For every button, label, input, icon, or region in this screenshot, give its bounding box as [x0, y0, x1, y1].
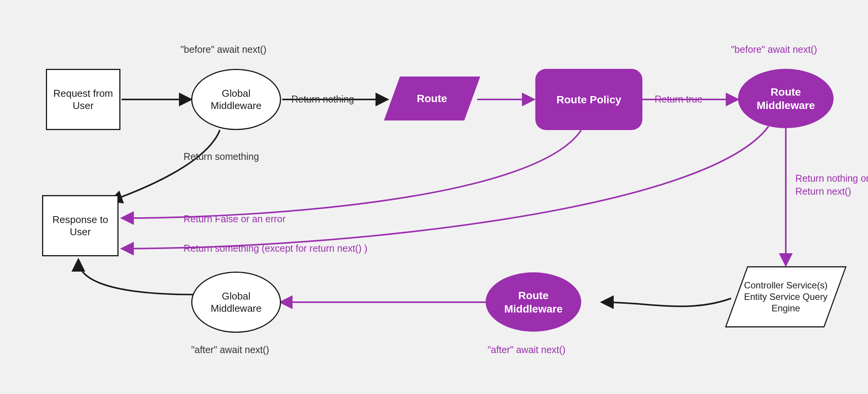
- node-request-label: Request from User: [47, 85, 119, 114]
- node-route-middleware-bottom-label: Route Middleware: [487, 287, 580, 318]
- label-return-something: Return something: [184, 151, 259, 162]
- node-global-middleware-top: Global Middleware: [191, 69, 281, 130]
- node-global-middleware-bottom-label: Global Middleware: [192, 288, 280, 317]
- node-route-middleware-top-label: Route Middleware: [739, 83, 832, 114]
- node-route-policy: Route Policy: [535, 69, 642, 130]
- node-controller-label: Controller Service(s) Entity Service Que…: [737, 277, 834, 316]
- label-before-await-next-left: "before" await next(): [180, 44, 267, 55]
- edge-globalmw2-to-response: [78, 260, 195, 295]
- label-after-await-next-right: "after" await next(): [488, 344, 566, 355]
- edge-routemw-to-response: [122, 126, 769, 249]
- flowchart-canvas: Request from User Global Middleware Rout…: [0, 0, 868, 394]
- node-global-middleware-bottom: Global Middleware: [191, 272, 281, 333]
- node-route-label: Route: [413, 90, 451, 107]
- label-return-nothing-or-next: Return nothing or Return next(): [795, 172, 868, 198]
- edge-controller-to-routemw2: [602, 298, 731, 306]
- node-route: Route: [384, 77, 480, 120]
- label-return-nothing: Return nothing: [291, 94, 354, 105]
- node-global-middleware-top-label: Global Middleware: [192, 85, 280, 114]
- node-route-policy-label: Route Policy: [553, 91, 625, 109]
- node-response: Response to User: [42, 195, 119, 256]
- label-return-true: Return true: [655, 94, 702, 105]
- label-return-false-or-error: Return False or an error: [184, 213, 286, 225]
- label-before-await-next-right: "before" await next(): [731, 44, 817, 55]
- edge-globalmw-to-response: [111, 130, 220, 201]
- node-response-label: Response to User: [43, 211, 117, 241]
- edges-layer: [0, 0, 868, 394]
- node-route-middleware-bottom: Route Middleware: [486, 272, 581, 332]
- edge-routepolicy-to-response: [122, 130, 581, 218]
- label-return-something-except-next: Return something (except for return next…: [184, 243, 367, 254]
- node-controller: Controller Service(s) Entity Service Que…: [725, 266, 847, 327]
- label-after-await-next-left: "after" await next(): [191, 344, 269, 355]
- node-route-middleware-top: Route Middleware: [738, 69, 834, 128]
- node-request: Request from User: [46, 69, 120, 130]
